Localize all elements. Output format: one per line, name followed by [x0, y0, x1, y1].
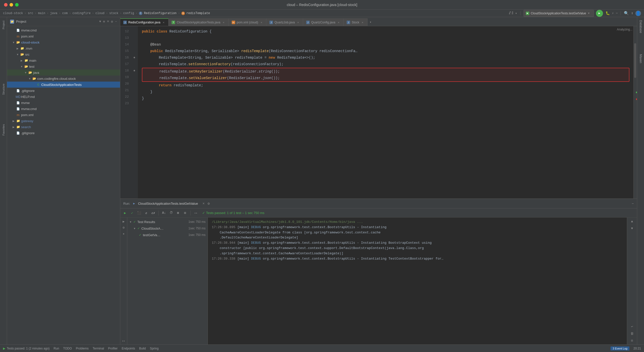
tree-pom2[interactable]: m pom.xml [7, 112, 120, 118]
maven-tab[interactable]: Maven [638, 51, 643, 66]
tab-close[interactable]: × [337, 21, 340, 24]
scroll-track[interactable] [634, 26, 637, 198]
tree-search[interactable]: ▶ 📁 search [7, 124, 120, 130]
tab-quartzconfig[interactable]: J QuartzConfig.java × [303, 18, 344, 26]
tree-java[interactable]: ▼ 📂 java [7, 69, 120, 76]
expand-icon[interactable]: ▸▸ [122, 339, 125, 342]
event-log-button[interactable]: 3 Event Log [611, 346, 629, 350]
run-button[interactable]: ▶ [596, 10, 603, 17]
tab-stock[interactable]: J Stock × [344, 18, 368, 26]
tab-redisconfig[interactable]: J RedisConfiguration.java × [120, 18, 169, 26]
expand-all-button[interactable]: ⊞ [175, 210, 181, 216]
breadcrumb-codingfire[interactable]: codingfire [72, 12, 91, 15]
test-result-class[interactable]: ▼ ✓ CloudStockA… 1sec 750 ms [127, 225, 208, 232]
coverage-button[interactable]: ⚡ [612, 11, 614, 15]
breadcrumb-config[interactable]: config [123, 12, 134, 15]
structure-tab[interactable]: Structure [2, 82, 6, 96]
profile-icon[interactable]: 👤 [635, 11, 641, 16]
status-terminal-tab[interactable]: Terminal [93, 347, 104, 350]
breadcrumb-src[interactable]: src [28, 12, 33, 15]
run-config-dropdown[interactable]: ▶ CloudStockApplicationTests.testGetValu… [524, 10, 594, 17]
vcs-icon[interactable]: ⛙ [509, 11, 513, 16]
minimize-panel-icon[interactable]: – [115, 20, 117, 23]
wrap-lines-button[interactable]: ↩ [629, 324, 635, 329]
tree-main[interactable]: ▶ 📁 main [7, 57, 120, 63]
bottom-star-icon[interactable]: ★ [123, 232, 125, 236]
breadcrumb-stock[interactable]: stock [109, 12, 118, 15]
check-button[interactable]: ✓ [129, 210, 135, 216]
collapse-all-button[interactable]: ⊟ [182, 210, 188, 216]
breadcrumb-cloud[interactable]: cloud [95, 12, 104, 15]
tab-close[interactable]: × [162, 21, 165, 24]
maximize-button[interactable] [15, 3, 19, 7]
output-panel[interactable]: /Library/Java/JavaVirtualMachines/jdk1.8… [208, 218, 627, 344]
git-settings[interactable]: ▾ [515, 11, 517, 15]
status-spring-tab[interactable]: Spring [150, 347, 159, 350]
breadcrumb-java[interactable]: java [50, 12, 57, 15]
tree-gateway[interactable]: ▶ 📁 gateway [7, 118, 120, 124]
breadcrumb-main[interactable]: main [38, 12, 45, 15]
run-test-name[interactable]: CloudStockApplicationTests.testGetValue [138, 202, 198, 205]
more-run-options[interactable]: ⋯ [616, 11, 618, 15]
test-result-method[interactable]: ✓ testGetVa… 1sec 750 ms [127, 232, 208, 238]
bottom-settings-icon[interactable]: ⚙ [123, 226, 125, 230]
tree-cloudstock[interactable]: ▼ 📂 cloud-stock [7, 39, 120, 45]
project-tab[interactable]: Project [2, 19, 6, 31]
close-button[interactable] [4, 3, 8, 7]
debug-button[interactable]: 🐛 [606, 11, 610, 15]
tab-pom[interactable]: m pom.xml (cloud) × [229, 18, 266, 26]
tree-gitignore2[interactable]: 📄 .gitignore [7, 130, 120, 136]
clear-output-button[interactable]: 🗑 [629, 331, 635, 336]
tree-pom[interactable]: m pom.xml [7, 33, 120, 39]
favorites-tab[interactable]: Favorites [2, 123, 6, 137]
tab-close[interactable]: × [361, 21, 364, 24]
tree-gitignore[interactable]: 📄 .gitignore [7, 88, 120, 94]
breadcrumb-cloudstock[interactable]: cloud-stock [3, 12, 23, 15]
tab-close[interactable]: × [222, 21, 225, 24]
expand-all-icon[interactable]: ≡ [107, 20, 109, 23]
test-result-all[interactable]: ▼ ✓ Test Results 1sec 750 ms [127, 219, 208, 225]
update-button[interactable]: ⬆ [631, 11, 633, 16]
tree-mvnw[interactable]: 📄 mvnw [7, 100, 120, 106]
tree-src[interactable]: ▼ 📂 src [7, 51, 120, 57]
tree-mvnw-cmd2[interactable]: 📄 mvnw.cmd [7, 106, 120, 112]
scroll-up-button[interactable]: ▲ [629, 219, 635, 224]
code-content[interactable]: public class RedisConfiguration { @Bean … [138, 26, 633, 198]
close-tab-icon[interactable]: × [203, 202, 205, 206]
status-run-tab[interactable]: Run [54, 347, 59, 350]
more-button[interactable]: ▸▸ [193, 210, 199, 216]
scroll-down-button[interactable]: ▼ [629, 226, 635, 231]
bottom-run-icon[interactable]: ▶ [123, 220, 125, 224]
rerun-button[interactable]: ↺ [143, 210, 149, 216]
collapse-icon[interactable]: ⊕ [103, 20, 105, 24]
tab-overflow[interactable]: ▾ [368, 18, 374, 26]
tree-mvn[interactable]: ▶ 📁 .mvn [7, 45, 120, 51]
tab-cloudstock-tests[interactable]: T CloudStockApplicationTests.java × [169, 18, 228, 26]
status-problems-tab[interactable]: Problems [76, 347, 89, 350]
settings-icon[interactable]: ⚙ [111, 20, 113, 24]
status-endpoints-tab[interactable]: Endpoints [122, 347, 135, 350]
breadcrumb-com[interactable]: com [62, 12, 68, 15]
breadcrumb-redisconfig[interactable]: RedisConfiguration [144, 12, 177, 15]
panel-gear-icon[interactable]: ⚙ [208, 201, 210, 206]
tree-mvnw-cmd[interactable]: 📄 mvnw.cmd [7, 27, 120, 33]
minimize-button[interactable] [10, 3, 13, 7]
sort-alpha-button[interactable]: A↓ [161, 210, 167, 216]
status-todo-tab[interactable]: TODO [63, 347, 72, 350]
tree-com-codingfire[interactable]: ▼ 📂 com.codingfire.cloud.stock [7, 76, 120, 82]
tree-helpmd[interactable]: MD HELP.md [7, 94, 120, 100]
tab-close[interactable]: × [296, 21, 300, 24]
tree-test[interactable]: ▼ 📂 test [7, 63, 120, 69]
tree-cloudstock-tests[interactable]: C CloudStockApplicationTests [7, 82, 120, 88]
run-tests-button[interactable]: ▶ [122, 210, 128, 216]
status-build-tab[interactable]: Build [139, 347, 146, 350]
stop-button[interactable]: ⬛ [136, 210, 142, 216]
search-everywhere-button[interactable]: 🔍 [624, 11, 629, 16]
tab-quartzjob[interactable]: J QuartzJob.java × [266, 18, 303, 26]
panel-minimize-icon[interactable]: – [631, 201, 634, 206]
sort-duration-button[interactable]: ⏱ [168, 210, 174, 216]
rerun-failed-button[interactable]: ↺✗ [150, 210, 156, 216]
tab-close[interactable]: × [260, 21, 263, 24]
status-profiler-tab[interactable]: Profiler [108, 347, 118, 350]
database-tab[interactable]: Database [638, 17, 643, 36]
